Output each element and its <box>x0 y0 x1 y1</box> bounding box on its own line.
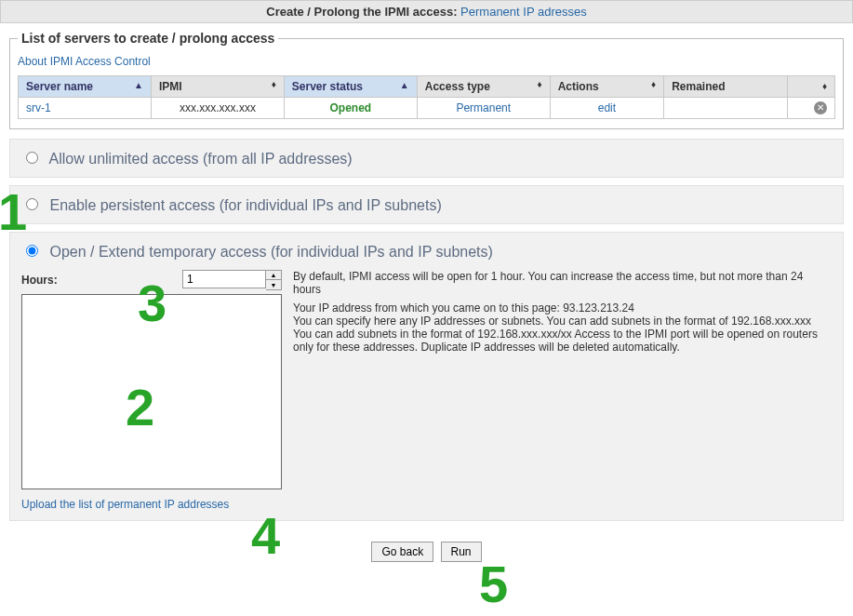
access-type-link[interactable]: Permanent <box>456 101 511 114</box>
go-back-button[interactable]: Go back <box>371 542 433 562</box>
ip-list-textarea[interactable] <box>21 294 282 489</box>
hours-spinner[interactable]: ▲ ▼ <box>266 270 282 290</box>
radio-unlimited[interactable] <box>26 152 38 164</box>
radio-persistent[interactable] <box>26 198 38 210</box>
help-line: By default, IPMI access will be open for… <box>293 270 832 296</box>
servers-legend: List of servers to create / prolong acce… <box>18 31 278 46</box>
upload-ip-list-link[interactable]: Upload the list of permanent IP addresse… <box>21 498 229 511</box>
hours-label: Hours: <box>21 274 58 287</box>
help-text: By default, IPMI access will be open for… <box>293 270 832 511</box>
option-temporary[interactable]: Open / Extend temporary access (for indi… <box>9 232 844 521</box>
page-title-bar: Create / Prolong the IPMI access: Perman… <box>0 0 853 23</box>
option-temporary-label: Open / Extend temporary access (for indi… <box>21 244 493 260</box>
help-line: You can specify here any IP addresses or… <box>293 315 832 328</box>
sort-asc-icon: ▲ <box>400 80 409 90</box>
ipmi-cell: xxx.xxx.xxx.xxx <box>151 98 284 119</box>
page-subtitle: Permanent IP adresses <box>460 5 587 19</box>
servers-fieldset: List of servers to create / prolong acce… <box>9 31 844 129</box>
sort-both-icon: ♦ <box>822 82 827 91</box>
col-server-status[interactable]: Server status ▲ <box>284 76 417 98</box>
about-ipmi-link[interactable]: About IPMI Access Control <box>18 55 151 68</box>
sort-both-icon: ♦ <box>651 80 656 89</box>
close-icon[interactable]: ✕ <box>814 101 827 114</box>
option-unlimited[interactable]: Allow unlimited access (from all IP addr… <box>9 139 844 178</box>
hours-input[interactable] <box>182 270 266 288</box>
button-row: Go back Run <box>9 529 844 575</box>
edit-action-link[interactable]: edit <box>598 101 616 114</box>
option-persistent[interactable]: Enable persistent access (for individual… <box>9 185 844 224</box>
servers-table: Server name ▲ IPMI ♦ Server status ▲ A <box>18 75 835 119</box>
status-badge: Opened <box>329 101 371 114</box>
col-remained[interactable]: Remained <box>664 76 788 98</box>
page-title: Create / Prolong the IPMI access: <box>266 5 457 19</box>
option-persistent-label: Enable persistent access (for individual… <box>21 197 442 213</box>
spin-down-icon[interactable]: ▼ <box>266 280 281 289</box>
col-server-name[interactable]: Server name ▲ <box>19 76 152 98</box>
col-actions[interactable]: Actions ♦ <box>550 76 664 98</box>
col-access-type[interactable]: Access type ♦ <box>417 76 550 98</box>
help-line: Your IP address from which you came on t… <box>293 301 832 315</box>
sort-asc-icon: ▲ <box>134 80 143 90</box>
spin-up-icon[interactable]: ▲ <box>266 271 281 280</box>
sort-both-icon: ♦ <box>538 80 542 89</box>
help-line: You can add subnets in the format of 192… <box>293 328 832 354</box>
temporary-body: Hours: ▲ ▼ Upload the list of permanent … <box>21 270 832 511</box>
table-row: srv-1 xxx.xxx.xxx.xxx Opened Permanent e… <box>19 98 835 119</box>
option-unlimited-label: Allow unlimited access (from all IP addr… <box>21 151 353 167</box>
server-name-link[interactable]: srv-1 <box>26 101 51 114</box>
col-ipmi[interactable]: IPMI ♦ <box>151 76 284 98</box>
remained-cell <box>664 98 788 119</box>
run-button[interactable]: Run <box>441 542 482 562</box>
radio-temporary[interactable] <box>26 245 38 257</box>
col-extra[interactable]: ♦ <box>787 76 834 98</box>
sort-both-icon: ♦ <box>272 80 276 89</box>
